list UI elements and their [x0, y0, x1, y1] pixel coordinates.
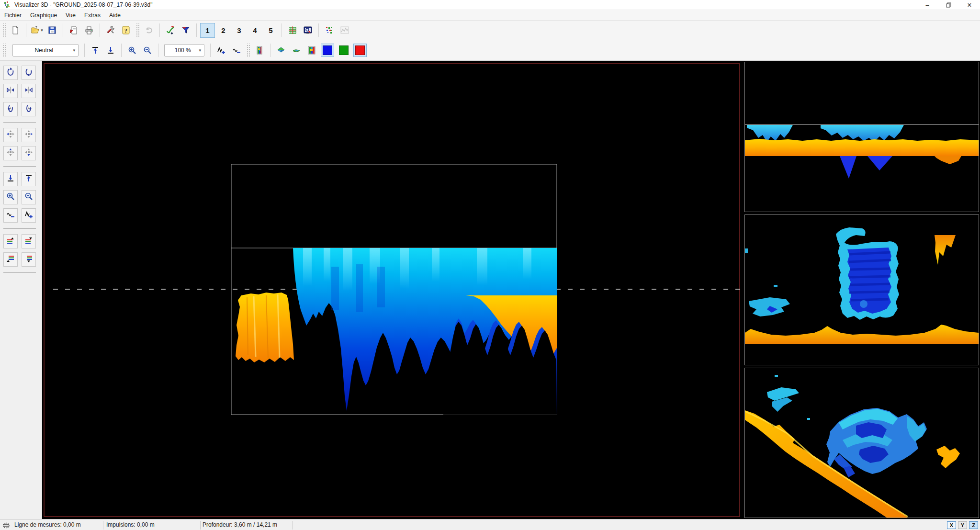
zoom-in-button[interactable]: [3, 190, 18, 204]
scan-thumbnail-button[interactable]: [253, 44, 266, 57]
rotate-down-button[interactable]: [22, 66, 36, 80]
menu-item-extras[interactable]: Extras: [80, 11, 105, 20]
minimize-button[interactable]: –: [917, 0, 938, 10]
panel-front-view[interactable]: [744, 214, 979, 365]
zoom-out-button[interactable]: [22, 190, 36, 204]
top-view-graphic: [745, 62, 979, 212]
flip-right-button[interactable]: [22, 84, 36, 98]
status-depth: Profondeur: 3,60 m / 14,21 m: [203, 521, 277, 528]
menu-item-graphique[interactable]: Graphique: [26, 11, 61, 20]
move-up-button[interactable]: [3, 146, 18, 160]
layers-drop-button[interactable]: [22, 252, 36, 267]
restore-icon: [946, 2, 951, 8]
move-right-button[interactable]: [22, 128, 36, 142]
snap-bottom-button[interactable]: [3, 172, 18, 186]
main-3d-view[interactable]: [42, 61, 742, 519]
open-folder-button[interactable]: ▾: [30, 23, 44, 37]
restore-button[interactable]: [938, 0, 959, 10]
panel-perspective-view[interactable]: [744, 368, 979, 518]
snap-top-icon: [24, 173, 34, 185]
toolbar-separator: [282, 23, 282, 37]
zoom-combo[interactable]: 100 %▾: [164, 44, 204, 56]
chevron-down-icon: ▾: [73, 48, 75, 53]
sidebar-separator: [3, 272, 36, 273]
funnel-button[interactable]: [179, 23, 192, 37]
measure-check-icon: [166, 25, 175, 35]
green-channel-button[interactable]: [337, 44, 350, 57]
svg-text:?: ?: [124, 27, 127, 34]
screen-search-button[interactable]: [301, 23, 315, 37]
view-3-button[interactable]: 3: [232, 23, 247, 38]
scatter-dots-button[interactable]: [323, 23, 336, 37]
layers-bottom-button[interactable]: [3, 252, 18, 267]
measure-check-button[interactable]: [164, 23, 177, 37]
signal-plus-button[interactable]: [22, 208, 36, 223]
blue-channel-button[interactable]: [321, 44, 334, 57]
spin-right-icon: [24, 103, 34, 115]
menu-bar: FichierGraphiqueVueExtrasAide: [0, 10, 980, 21]
grid-icon: [288, 25, 297, 35]
navigation-sidebar: [0, 61, 42, 519]
snap-top-button[interactable]: [89, 44, 102, 57]
toolbar-separator: [26, 23, 26, 37]
toolbar-separator: [159, 23, 160, 37]
move-down-button[interactable]: [22, 146, 36, 160]
layers-lower-button[interactable]: [22, 234, 36, 248]
chevron-down-icon: ▾: [199, 48, 201, 53]
print-button[interactable]: [82, 23, 96, 37]
close-button[interactable]: ×: [959, 0, 980, 10]
signal-plus-button[interactable]: [214, 44, 228, 57]
style-combo[interactable]: Neutral▾: [12, 44, 79, 56]
toolbar-grip: [2, 23, 6, 37]
zoom-in-button[interactable]: [125, 44, 139, 57]
move-left-button[interactable]: [3, 128, 18, 142]
new-document-button[interactable]: [9, 23, 22, 37]
scan-thumbnail-2-button[interactable]: [305, 44, 318, 57]
toolbar-separator: [84, 44, 85, 57]
axis-x-button[interactable]: X: [947, 521, 956, 529]
save-button[interactable]: [45, 23, 59, 37]
snap-top-button[interactable]: [22, 172, 36, 186]
measure-line-icon: [2, 522, 10, 529]
title-bar: Visualizer 3D - "GROUND_2025-08-07_17-06…: [0, 0, 980, 10]
menu-item-fichier[interactable]: Fichier: [0, 11, 26, 20]
layers-raise-button[interactable]: [3, 234, 18, 248]
panel-top-view[interactable]: [744, 62, 979, 212]
line-chart-button[interactable]: [338, 23, 351, 37]
axis-y-button[interactable]: Y: [958, 521, 967, 529]
menu-item-aide[interactable]: Aide: [105, 11, 125, 20]
view-1-button[interactable]: 1: [200, 23, 215, 38]
object-flat-button[interactable]: [290, 44, 303, 57]
perspective-view-graphic: [745, 368, 979, 518]
rotate-up-button[interactable]: [3, 66, 18, 80]
signal-minus-button[interactable]: [3, 208, 18, 223]
spin-left-button[interactable]: [3, 102, 18, 116]
axis-z-button[interactable]: Z: [969, 521, 978, 529]
zoom-out-button[interactable]: [141, 44, 154, 57]
dropdown-caret-icon: ▾: [41, 28, 43, 33]
funnel-icon: [181, 25, 191, 35]
snap-bottom-button[interactable]: [104, 44, 117, 57]
report-icon: [69, 25, 79, 35]
sidebar-separator: [3, 122, 36, 123]
tools-button[interactable]: [104, 23, 117, 37]
flip-left-button[interactable]: [3, 84, 18, 98]
scatter-dots-icon: [325, 25, 334, 35]
spin-right-button[interactable]: [22, 102, 36, 116]
view-5-button[interactable]: 5: [263, 23, 278, 38]
view-2-button[interactable]: 2: [216, 23, 231, 38]
undo-button[interactable]: [142, 23, 156, 37]
scan-side-view: [42, 61, 742, 519]
toolbar-separator: [158, 44, 158, 57]
view-4-button[interactable]: 4: [248, 23, 262, 38]
front-view-graphic: [745, 215, 979, 365]
menu-item-vue[interactable]: Vue: [61, 11, 80, 20]
grid-button[interactable]: [286, 23, 299, 37]
red-channel-button[interactable]: [353, 44, 367, 57]
help-button[interactable]: ?: [119, 23, 133, 37]
report-button[interactable]: [67, 23, 80, 37]
signal-minus-button[interactable]: [230, 44, 243, 57]
object-3d-button[interactable]: [274, 44, 288, 57]
line-chart-icon: [340, 25, 349, 35]
zoom-combo-value: 100 %: [169, 47, 196, 54]
